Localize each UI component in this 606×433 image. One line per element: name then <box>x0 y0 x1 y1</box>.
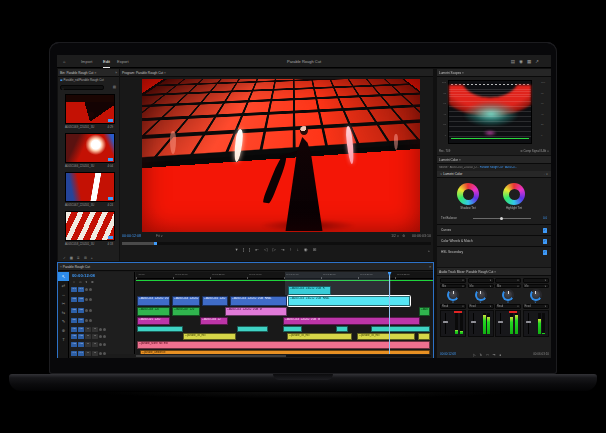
highlight-tint-wheel[interactable]: Highlight Tint <box>503 183 525 210</box>
pan-knob[interactable] <box>447 289 459 301</box>
track-target-v1[interactable]: V1 <box>78 318 84 323</box>
track-header-a3[interactable]: A3A3MS <box>71 342 133 347</box>
timeline-clip[interactable] <box>371 326 430 332</box>
playback-resolution-select[interactable]: 1/2 ∨ <box>391 234 399 238</box>
step-back-icon[interactable]: ◁ <box>264 247 268 252</box>
tint-balance-slider[interactable] <box>473 218 531 219</box>
new-bin-icon[interactable]: ⊞ <box>84 256 87 260</box>
section-checkbox[interactable]: ✓ <box>543 228 548 233</box>
output-assign-select[interactable]: ∨ <box>440 278 466 283</box>
snap-icon[interactable]: ∩ <box>73 280 75 284</box>
lumetri-section-curves[interactable]: Curves✓ <box>437 224 551 235</box>
go-to-in-icon[interactable]: ⇤ <box>255 247 260 252</box>
track-header-v3[interactable]: V3V3 <box>71 297 133 302</box>
loop-icon[interactable]: ↻ <box>480 353 483 357</box>
slip-tool[interactable]: ⇆ <box>58 308 69 317</box>
automation-mode-select[interactable]: Read∨ <box>440 304 466 309</box>
solo-button-a2[interactable]: S <box>92 334 98 339</box>
add-marker-icon[interactable]: ▾ <box>236 247 239 252</box>
timeline-clip[interactable]: ▪ A005C048_220 <box>137 307 170 316</box>
chevron-down-icon[interactable]: ∨ <box>440 172 442 176</box>
track-target-v2[interactable]: V2 <box>78 308 84 313</box>
playhead-marker[interactable] <box>154 242 157 246</box>
timeline-clip[interactable]: ▪ A005C015_2202 <box>202 296 228 306</box>
shadow-tint-wheel[interactable]: Shadow Tint <box>457 183 479 210</box>
clip-thumbnail[interactable] <box>65 172 115 202</box>
timeline-clip[interactable]: ▪ A005C014_220202_DU <box>172 296 200 306</box>
record-icon[interactable]: ● <box>499 353 501 357</box>
source-patch-v1[interactable]: V1 <box>71 318 77 323</box>
track-header-a1[interactable]: A1A1MS <box>71 327 133 332</box>
volume-fader-track[interactable] <box>500 313 501 334</box>
search-input[interactable]: ○ <box>60 85 104 90</box>
timeline-clip[interactable]: ▪ A005C013_220202_DUB_REAL <box>230 296 287 306</box>
pan-knob[interactable] <box>530 289 542 301</box>
timeline-clip[interactable] <box>237 326 268 332</box>
close-icon[interactable]: × <box>164 71 166 75</box>
panel-menu-icon[interactable]: ≡ <box>94 71 96 75</box>
automation-mode-select[interactable]: Read∨ <box>468 304 494 309</box>
section-checkbox[interactable]: ✓ <box>543 250 548 255</box>
panel-menu-icon[interactable]: ≡ <box>462 71 464 75</box>
track-header-a2[interactable]: A2A2MS <box>71 334 133 339</box>
track-header-v2[interactable]: V2V2 <box>71 308 133 313</box>
timeline-clip[interactable]: ▪ parable_ambience <box>140 350 430 354</box>
volume-fader-track[interactable] <box>528 313 529 334</box>
volume-fader-thumb[interactable] <box>443 321 448 324</box>
volume-fader-track[interactable] <box>445 313 446 334</box>
mixer-tab[interactable]: Audio Track Mixer: Parable Rough Cut ≡ <box>437 268 551 276</box>
stop-icon[interactable]: □ <box>486 353 488 357</box>
timeline-clip[interactable]: ▪ A005C013_230212_DUB_R <box>288 286 331 295</box>
timeline-clip[interactable]: ▪ parable_vo_mix <box>287 333 352 340</box>
playhead[interactable] <box>389 272 390 354</box>
panel-menu-icon[interactable]: ≡ <box>429 263 431 271</box>
timeline-clip[interactable]: ▪ parable_vo_mix <box>357 333 415 340</box>
lumetri-section-color-wheels-match[interactable]: Color Wheels & Match✓ <box>437 235 551 246</box>
source-patch-v2[interactable]: V2 <box>71 308 77 313</box>
play-in-out-icon[interactable]: ⇥ <box>493 353 496 357</box>
mute-button-a3[interactable]: M <box>85 342 91 347</box>
bin-item[interactable]: A005C067_220201_3U4:24 <box>65 172 113 209</box>
panel-menu-icon[interactable]: ≡ <box>459 158 461 162</box>
linked-selection-icon[interactable]: ∞ <box>79 280 81 284</box>
mark-out-icon[interactable]: ] <box>249 247 251 252</box>
volume-fader-track[interactable] <box>473 313 474 334</box>
icon-view-icon[interactable]: ▦ <box>70 256 73 260</box>
volume-fader-thumb[interactable] <box>471 321 476 324</box>
list-view-icon[interactable]: ≣ <box>77 256 80 260</box>
track-target-v3[interactable]: V3 <box>78 297 84 302</box>
scope-settings[interactable]: ⚙ Comp Signal 8-Bit ∨ <box>520 149 549 153</box>
program-timecode[interactable]: 00:00:12:08 <box>122 234 141 238</box>
source-patch-a3[interactable]: A3 <box>71 342 77 347</box>
scrubber-thumb[interactable] <box>122 242 154 245</box>
volume-fader-thumb[interactable] <box>526 321 531 324</box>
source-patch-v3[interactable]: V3 <box>71 297 77 302</box>
add-button-icon[interactable]: + <box>428 248 430 253</box>
fullscreen-icon[interactable]: ↗ <box>535 55 539 68</box>
hand-tool[interactable]: ⊕ <box>58 326 69 335</box>
timeline-clip[interactable] <box>137 326 183 332</box>
track-target-a2[interactable]: A2 <box>78 334 84 339</box>
pan-knob[interactable] <box>475 289 487 301</box>
track-header-v4[interactable]: V4V4 <box>71 287 133 292</box>
slider-thumb[interactable] <box>500 217 503 220</box>
filter-icon[interactable]: ▤ <box>113 85 116 89</box>
output-assign-select[interactable]: ∨ <box>468 278 494 283</box>
workspaces-icon[interactable]: ▦ <box>527 55 531 68</box>
play-icon[interactable]: ▷ <box>272 247 276 252</box>
track-header-a4[interactable]: A4A4MS <box>71 351 133 356</box>
timeline-clip[interactable] <box>283 326 302 332</box>
mute-button-a4[interactable]: M <box>85 351 91 356</box>
track-target-v4[interactable]: V4 <box>78 287 84 292</box>
track-target-a1[interactable]: A1 <box>78 327 84 332</box>
solo-button-a4[interactable]: S <box>92 351 98 356</box>
submix-select[interactable]: Mix∨ <box>523 284 549 289</box>
mute-button-a1[interactable]: M <box>85 327 91 332</box>
scrollbar-thumb[interactable] <box>136 355 286 357</box>
bin-item[interactable]: A005C058_220201_3U4:18 <box>65 211 113 248</box>
bin-item[interactable]: A005C066_220201_3U4:04 <box>65 133 113 170</box>
section-checkbox[interactable]: ✓ <box>543 239 548 244</box>
timeline-clip[interactable]: ▪ A005C021_2202 <box>137 317 170 325</box>
automation-mode-select[interactable]: Read∨ <box>495 304 521 309</box>
timeline-scrollbar[interactable] <box>136 355 431 357</box>
